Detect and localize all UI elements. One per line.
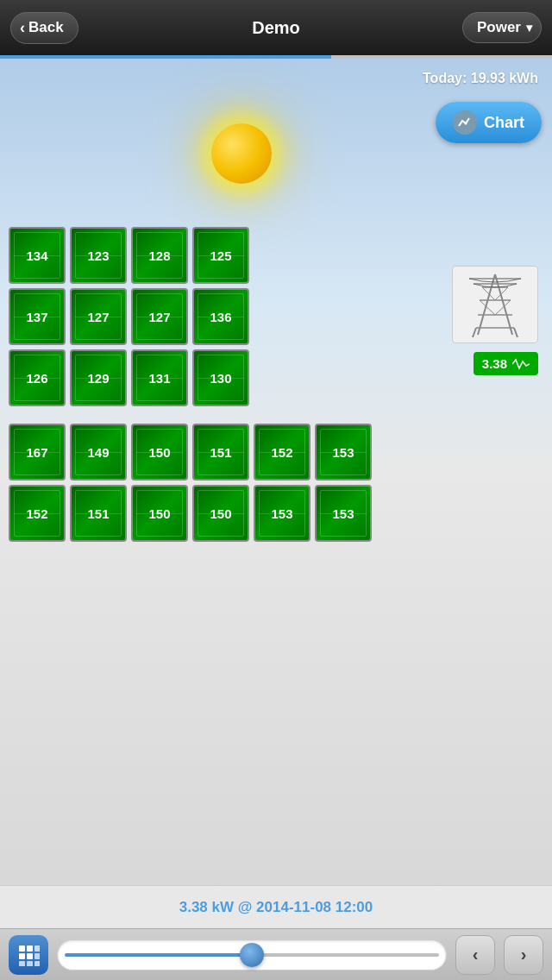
page-title: Demo — [252, 18, 300, 38]
svg-rect-15 — [19, 945, 25, 952]
bottom-panel-group: 167149150151152153152151150150153153 — [9, 424, 372, 542]
svg-line-14 — [514, 328, 518, 337]
grid-view-button[interactable] — [9, 935, 48, 975]
previous-button[interactable]: ‹ — [455, 935, 495, 975]
chevron-down-icon: ▾ — [526, 21, 532, 35]
svg-rect-19 — [27, 953, 33, 959]
svg-rect-18 — [19, 953, 25, 959]
solar-panel[interactable]: 167 — [9, 424, 66, 481]
svg-rect-23 — [34, 961, 40, 966]
panel-row: 137127127136 — [9, 288, 372, 345]
panels-container: 134123128125137127127136126129131130 167… — [9, 227, 372, 559]
solar-panel[interactable]: 136 — [192, 288, 249, 345]
sun-graphic — [198, 110, 285, 197]
power-wave-icon — [512, 358, 530, 370]
solar-panel[interactable]: 150 — [192, 485, 249, 542]
solar-panel[interactable]: 150 — [131, 424, 188, 481]
sun-body — [211, 123, 272, 184]
toolbar: ‹ › — [0, 928, 552, 980]
solar-panel[interactable]: 127 — [70, 288, 127, 345]
solar-panel[interactable]: 149 — [70, 424, 127, 481]
solar-panel[interactable]: 137 — [9, 288, 66, 345]
solar-panel[interactable]: 152 — [9, 485, 66, 542]
svg-rect-21 — [19, 961, 25, 966]
top-panel-group: 134123128125137127127136126129131130 — [9, 227, 372, 406]
solar-panel[interactable]: 127 — [131, 288, 188, 345]
panel-row: 126129131130 — [9, 349, 372, 406]
power-tower-svg — [456, 270, 534, 339]
svg-line-13 — [473, 328, 476, 337]
previous-icon: ‹ — [473, 945, 479, 964]
back-button[interactable]: ‹ Back — [10, 12, 78, 44]
solar-panel[interactable]: 129 — [70, 349, 127, 406]
status-text: 3.38 kW @ 2014-11-08 12:00 — [179, 899, 373, 916]
solar-panel[interactable]: 134 — [9, 227, 66, 284]
panel-row: 152151150150153153 — [9, 485, 372, 542]
solar-panel[interactable]: 151 — [70, 485, 127, 542]
time-slider-thumb[interactable] — [240, 943, 264, 967]
solar-panel[interactable]: 151 — [192, 424, 249, 481]
power-value-text: 3.38 — [482, 356, 507, 371]
today-energy-label: Today: 19.93 kWh — [423, 71, 538, 86]
panel-row: 134123128125 — [9, 227, 372, 284]
solar-panel[interactable]: 131 — [131, 349, 188, 406]
solar-panel[interactable]: 153 — [315, 424, 372, 481]
power-label: Power — [477, 19, 521, 36]
svg-rect-17 — [34, 945, 40, 952]
solar-panel[interactable]: 152 — [254, 424, 310, 481]
status-at: @ — [238, 899, 253, 915]
chart-button[interactable]: Chart — [436, 102, 542, 143]
app-header: ‹ Back Demo Power ▾ — [0, 0, 552, 55]
next-button[interactable]: › — [504, 935, 543, 975]
status-power: 3.38 kW — [179, 899, 234, 915]
svg-rect-16 — [27, 945, 33, 952]
time-slider-container[interactable] — [57, 939, 447, 971]
solar-panel[interactable]: 150 — [131, 485, 188, 542]
time-slider-track — [65, 953, 439, 957]
power-value-badge: 3.38 — [474, 352, 538, 375]
chart-button-label: Chart — [484, 114, 524, 132]
grid-icon — [17, 944, 40, 966]
solar-panel[interactable]: 125 — [192, 227, 249, 284]
solar-panel[interactable]: 128 — [131, 227, 188, 284]
solar-panel[interactable]: 126 — [9, 349, 66, 406]
main-content: Today: 19.93 kWh Chart — [0, 59, 552, 885]
solar-panel[interactable]: 123 — [70, 227, 127, 284]
chevron-left-icon: ‹ — [20, 19, 25, 37]
back-label: Back — [28, 19, 64, 36]
next-icon: › — [521, 945, 527, 964]
solar-panel[interactable]: 153 — [254, 485, 310, 542]
chart-icon — [453, 110, 477, 135]
panel-row: 167149150151152153 — [9, 424, 372, 481]
status-datetime: 2014-11-08 12:00 — [256, 899, 373, 915]
status-bar: 3.38 kW @ 2014-11-08 12:00 — [0, 885, 552, 928]
svg-rect-20 — [34, 953, 40, 959]
solar-panel[interactable]: 153 — [315, 485, 372, 542]
svg-rect-22 — [27, 961, 33, 966]
svg-point-0 — [464, 122, 467, 125]
solar-panel[interactable]: 130 — [192, 349, 249, 406]
power-tower-image — [452, 266, 538, 343]
power-dropdown-button[interactable]: Power ▾ — [462, 12, 542, 43]
